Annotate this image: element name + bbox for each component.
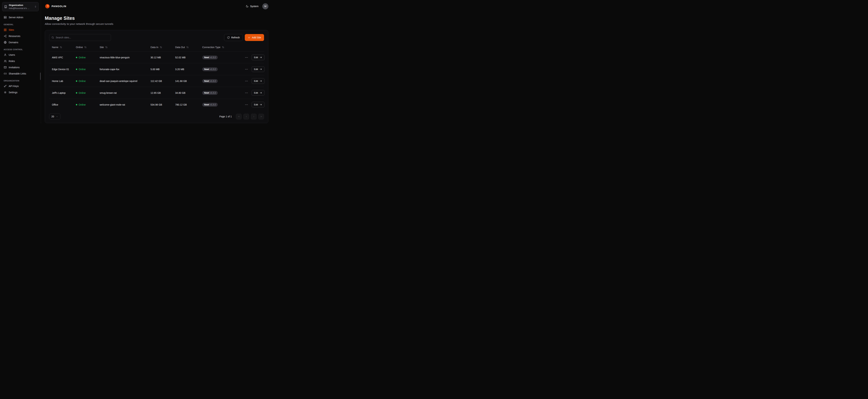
site-name: AWS VPC (52, 56, 63, 59)
moon-icon (246, 5, 249, 8)
data-out-value: 3.20 MB (175, 68, 184, 71)
refresh-label: Refresh (231, 36, 240, 39)
connection-type-name: Newt (204, 92, 209, 94)
connection-type-badge: Newt v1.3.2 (202, 91, 218, 95)
add-site-button[interactable]: Add Site (245, 34, 264, 41)
section-label-organization: ORGANIZATION (4, 80, 37, 82)
row-more-button[interactable]: ⋯ (245, 67, 248, 71)
column-header-connection-type[interactable]: Connection Type (199, 44, 242, 52)
org-selector-text: Organization milo@fossorial.io's ... (9, 4, 33, 10)
pagination: Page 1 of 1 (219, 114, 264, 119)
site-tunnel-name: vivacious-little-blue-penguin (100, 56, 130, 59)
edit-label: Edit (254, 68, 258, 70)
data-out-value: 52.02 MB (175, 56, 186, 59)
sidebar-item-settings[interactable]: Settings (2, 89, 39, 95)
edit-button[interactable]: Edit (252, 102, 265, 108)
page-size-select[interactable]: 20 (49, 114, 60, 119)
sidebar-item-domains[interactable]: Domains (2, 39, 39, 45)
column-header-data-in[interactable]: Data In (148, 44, 173, 52)
sidebar-item-server-admin[interactable]: Server Admin (2, 14, 39, 20)
search-box (49, 34, 111, 41)
sidebar-item-invitations[interactable]: Invitations (2, 64, 39, 70)
sidebar: Organization milo@fossorial.io's ... Ser… (0, 0, 41, 123)
connection-type-badge: Newt v1.3.2 (202, 79, 218, 83)
topbar-right: System M (246, 3, 268, 9)
chevrons-right-icon (260, 115, 262, 118)
sidebar-scrollbar[interactable] (40, 72, 41, 80)
brand-name: PANGOLIN (52, 5, 66, 8)
org-selector[interactable]: Organization milo@fossorial.io's ... (2, 2, 39, 11)
page-title: Manage Sites (45, 16, 268, 21)
org-value: milo@fossorial.io's ... (9, 7, 29, 9)
sidebar-item-label: Settings (9, 91, 18, 94)
chevrons-up-down-icon (34, 5, 37, 8)
card-footer: 20 Page 1 of 1 (49, 114, 264, 119)
online-label: Online (79, 68, 86, 71)
online-dot-icon (76, 69, 77, 70)
add-site-label: Add Site (252, 36, 261, 39)
edit-button[interactable]: Edit (252, 66, 265, 72)
sidebar-item-resources[interactable]: Resources (2, 33, 39, 39)
theme-label: System (250, 5, 258, 8)
sidebar-item-shareable-links[interactable]: Shareable Links (2, 71, 39, 76)
arrow-right-icon (259, 80, 262, 82)
page-indicator: Page 1 of 1 (219, 115, 232, 118)
connection-type-name: Newt (204, 80, 209, 82)
column-label: Connection Type (202, 46, 220, 49)
last-page-button[interactable] (258, 114, 264, 119)
edit-button[interactable]: Edit (252, 55, 265, 60)
theme-toggle[interactable]: System (246, 5, 258, 8)
online-status: Online (76, 92, 86, 94)
search-input[interactable] (56, 36, 109, 39)
connection-type-version: v1.3.2 (210, 103, 216, 106)
arrow-right-icon (259, 68, 262, 70)
sidebar-item-label: Domains (9, 41, 18, 44)
connection-type-version: v1.3.2 (210, 56, 216, 59)
column-header-online[interactable]: Online (73, 44, 97, 52)
sidebar-item-roles[interactable]: Roles (2, 58, 39, 64)
sidebar-item-sites[interactable]: Sites (2, 27, 39, 33)
data-out-value: 34.80 GB (175, 92, 185, 94)
refresh-button[interactable]: Refresh (224, 34, 243, 41)
site-name: Jeff's Laptop (52, 92, 66, 94)
table-row: AWS VPC Online vivacious-little-blue-pen… (49, 52, 264, 63)
site-tunnel-name: fortunate-cape-fox (100, 68, 119, 71)
edit-button[interactable]: Edit (252, 78, 265, 84)
sidebar-item-api-keys[interactable]: API Keys (2, 83, 39, 89)
site-tunnel-name: welcome-giant-mole-rat (100, 103, 125, 106)
brand[interactable]: PANGOLIN (45, 4, 66, 9)
row-more-button[interactable]: ⋯ (245, 102, 248, 107)
sidebar-item-users[interactable]: Users (2, 52, 39, 58)
page-subtitle: Allow connectivity to your network throu… (45, 22, 268, 26)
site-tunnel-name: dead-san-joaquin-antelope-squirrel (100, 80, 137, 83)
column-header-name[interactable]: Name (49, 44, 73, 52)
sites-toolbar: Refresh Add Site (49, 34, 264, 41)
avatar[interactable]: M (262, 3, 268, 9)
connection-type-name: Newt (204, 56, 209, 59)
connection-type-badge: Newt v1.3.2 (202, 103, 218, 106)
row-more-button[interactable]: ⋯ (245, 79, 248, 83)
previous-page-button[interactable] (243, 114, 249, 119)
online-dot-icon (76, 104, 77, 105)
globe-icon (4, 41, 7, 44)
search-icon (51, 36, 54, 39)
data-out-value: 141.68 GB (175, 80, 187, 83)
sidebar-item-label: Invitations (9, 66, 20, 69)
column-header-data-out[interactable]: Data Out (173, 44, 199, 52)
chevron-down-icon (56, 116, 58, 118)
online-status: Online (76, 68, 86, 71)
edit-button[interactable]: Edit (252, 90, 265, 96)
data-in-value: 112.42 GB (151, 80, 162, 83)
next-page-button[interactable] (251, 114, 256, 119)
column-header-site[interactable]: Site (97, 44, 148, 52)
row-more-button[interactable]: ⋯ (245, 91, 248, 95)
online-dot-icon (76, 57, 77, 58)
toolbar-actions: Refresh Add Site (224, 34, 264, 41)
sidebar-item-label: Sites (9, 28, 14, 31)
column-label: Data Out (175, 46, 185, 49)
online-status: Online (76, 56, 86, 59)
connection-type-version: v1.3.2 (210, 68, 216, 70)
first-page-button[interactable] (236, 114, 242, 119)
row-more-button[interactable]: ⋯ (245, 55, 248, 60)
user-icon (4, 53, 7, 56)
